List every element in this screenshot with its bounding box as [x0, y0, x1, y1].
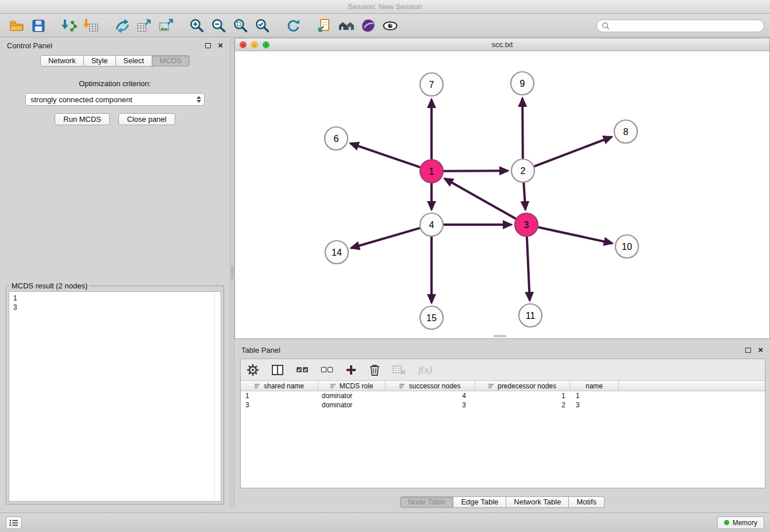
close-window-icon[interactable]: × [240, 41, 247, 48]
graph-node-9[interactable]: 9 [511, 72, 534, 95]
open-session-button[interactable] [6, 16, 28, 36]
show-graphics-details-button[interactable] [379, 16, 401, 36]
cell-shared-name[interactable]: 1 [241, 391, 318, 400]
graph-edge-3-10[interactable] [538, 227, 613, 243]
canvas-resize-handle[interactable] [494, 335, 506, 337]
graph-node-4[interactable]: 4 [420, 213, 443, 236]
network-window-title: scc.txt [492, 40, 513, 49]
function-builder-button[interactable]: f(x) [418, 364, 432, 376]
import-table-icon [83, 18, 99, 34]
maximize-window-icon[interactable]: + [263, 41, 270, 48]
save-session-button[interactable] [28, 16, 49, 36]
tab-network[interactable]: Network [40, 55, 84, 67]
graph-node-7[interactable]: 7 [420, 73, 443, 96]
tab-select[interactable]: Select [116, 55, 152, 67]
node-table-container: f(x) shared name MCDS role successor nod… [240, 358, 765, 488]
task-history-button[interactable] [6, 516, 22, 529]
close-panel-button[interactable]: Close panel [118, 113, 175, 125]
home-layout-button[interactable] [336, 16, 357, 36]
graph-svg[interactable]: 7968124314101511 [235, 51, 769, 338]
minimize-window-icon[interactable]: − [251, 41, 258, 48]
svg-text:4: 4 [429, 220, 434, 230]
float-table-panel-icon[interactable] [745, 348, 751, 353]
show-columns-button[interactable] [271, 364, 284, 376]
tab-style[interactable]: Style [84, 55, 116, 67]
network-canvas[interactable]: 7968124314101511 [235, 51, 769, 338]
float-panel-icon[interactable] [205, 43, 211, 48]
add-column-button[interactable] [345, 364, 357, 376]
cell-shared-name[interactable]: 3 [241, 400, 318, 410]
cell-name[interactable]: 3 [570, 400, 619, 410]
memory-button[interactable]: Memory [717, 516, 764, 529]
column-header-shared-name[interactable]: shared name [241, 381, 318, 391]
cell-name[interactable]: 1 [570, 391, 619, 400]
graph-edge-4-14[interactable] [351, 228, 420, 248]
graph-edge-1-2[interactable] [444, 171, 508, 171]
graph-edge-3-11[interactable] [527, 237, 530, 300]
cell-predecessor-nodes[interactable]: 2 [475, 400, 570, 410]
select-all-button[interactable] [296, 365, 309, 375]
graph-node-3[interactable]: 3 [515, 213, 538, 236]
search-field[interactable] [596, 20, 764, 32]
graph-edge-1-6[interactable] [351, 143, 421, 167]
tab-motifs[interactable]: Motifs [569, 496, 605, 508]
network-window-titlebar[interactable]: × − + scc.txt [235, 38, 769, 51]
apply-style-button[interactable] [357, 16, 379, 36]
close-panel-icon[interactable]: × [218, 41, 223, 49]
import-table-button[interactable] [80, 16, 102, 36]
window-titlebar[interactable]: Session: New Session [0, 0, 770, 14]
delete-column-button[interactable] [369, 364, 380, 376]
table-row[interactable]: 1 dominator 4 1 1 [241, 391, 765, 400]
export-image-button[interactable] [155, 16, 177, 36]
zoom-fit-button[interactable] [230, 16, 252, 36]
graph-edge-2-3[interactable] [523, 183, 525, 210]
cell-predecessor-nodes[interactable]: 1 [475, 391, 570, 400]
graph-node-15[interactable]: 15 [420, 306, 443, 329]
tab-network-table[interactable]: Network Table [506, 496, 569, 508]
cell-successor-nodes[interactable]: 3 [386, 400, 475, 410]
column-header-successor-nodes[interactable]: successor nodes [386, 381, 475, 391]
tab-node-table[interactable]: Node Table [400, 496, 454, 508]
tab-mcds[interactable]: MCDS [152, 55, 190, 67]
refresh-view-button[interactable] [283, 16, 305, 36]
panel-splitter[interactable] [230, 38, 234, 509]
graph-node-6[interactable]: 6 [325, 127, 348, 150]
search-input[interactable] [613, 21, 759, 30]
gear-icon [247, 364, 259, 376]
table-settings-button[interactable] [247, 364, 259, 376]
graph-node-1[interactable]: 1 [420, 160, 443, 183]
table-row[interactable]: 3 dominator 3 2 3 [241, 400, 765, 410]
zoom-selected-button[interactable] [252, 16, 274, 36]
memory-label: Memory [733, 519, 757, 527]
graph-edge-2-9[interactable] [522, 98, 523, 159]
delete-table-button[interactable] [392, 364, 406, 376]
cell-successor-nodes[interactable]: 4 [386, 391, 475, 400]
graph-node-11[interactable]: 11 [519, 304, 542, 327]
run-mcds-button[interactable]: Run MCDS [55, 113, 110, 125]
criterion-dropdown[interactable]: strongly connected component [25, 93, 205, 106]
graph-node-14[interactable]: 14 [325, 241, 348, 264]
table-header-row: shared name MCDS role successor nodes pr… [241, 380, 765, 391]
clone-network-button[interactable] [314, 16, 336, 36]
graph-node-10[interactable]: 10 [615, 235, 638, 258]
tab-edge-table[interactable]: Edge Table [453, 496, 506, 508]
column-header-name[interactable]: name [570, 381, 619, 391]
splitter-grip[interactable] [231, 265, 233, 279]
graph-edge-2-8[interactable] [534, 137, 612, 166]
graph-edge-3-1[interactable] [445, 179, 516, 219]
import-network-button[interactable] [59, 16, 80, 36]
result-scrollbar[interactable] [214, 292, 215, 500]
cell-mcds-role[interactable]: dominator [318, 391, 386, 400]
graph-node-2[interactable]: 2 [511, 159, 534, 182]
close-table-panel-icon[interactable]: × [758, 346, 763, 354]
zoom-in-button[interactable] [186, 16, 208, 36]
unselect-all-button[interactable] [321, 365, 333, 375]
cell-mcds-role[interactable]: dominator [318, 400, 386, 410]
export-table-button[interactable] [133, 16, 155, 36]
graph-node-8[interactable]: 8 [614, 120, 637, 143]
column-header-mcds-role[interactable]: MCDS role [318, 381, 386, 391]
export-network-button[interactable] [111, 16, 133, 36]
mcds-result-list[interactable]: 1 3 [9, 291, 221, 502]
column-header-predecessor-nodes[interactable]: predecessor nodes [475, 381, 570, 391]
zoom-out-button[interactable] [208, 16, 230, 36]
